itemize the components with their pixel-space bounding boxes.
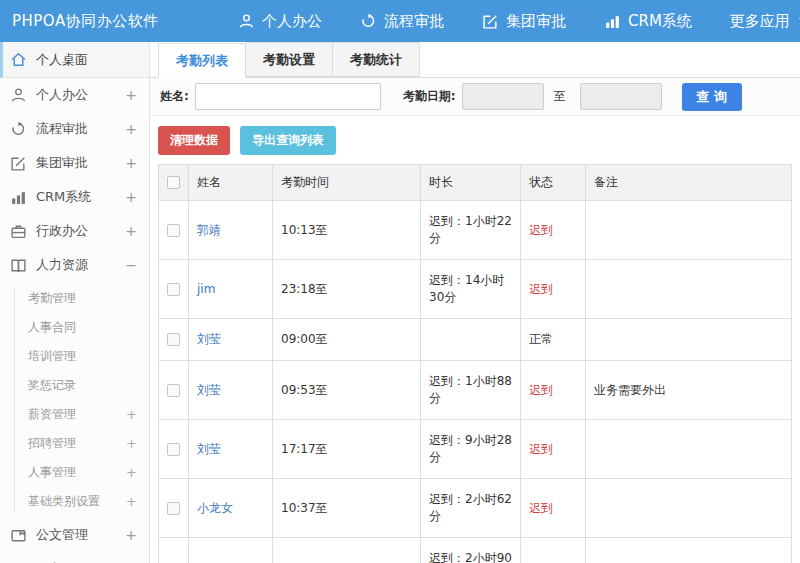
tab-attendance-stats[interactable]: 考勤统计: [333, 42, 420, 77]
note: 1111: [586, 538, 792, 563]
employee-name-link[interactable]: 刘莹: [197, 332, 221, 346]
sidebar-item-admin-office[interactable]: 行政办公 +: [0, 214, 149, 248]
sidebar-subitem-reward-punishment[interactable]: 奖惩记录: [0, 371, 149, 400]
select-all-checkbox[interactable]: [167, 176, 180, 189]
expand-plus-icon: +: [126, 494, 137, 509]
employee-name-link[interactable]: 郭靖: [197, 223, 221, 237]
top-menu-crm-system[interactable]: CRM系统: [604, 12, 692, 31]
sidebar-subitem-recruitment-mgmt[interactable]: 招聘管理 +: [0, 429, 149, 458]
employee-name-link[interactable]: 小龙女: [197, 501, 233, 515]
sidebar-subitem-base-category-settings[interactable]: 基础类别设置 +: [0, 487, 149, 516]
note: [586, 319, 792, 361]
sidebar-item-workflow-approval[interactable]: 流程审批 +: [0, 112, 149, 146]
tab-attendance-settings[interactable]: 考勤设置: [246, 42, 333, 77]
attendance-time: 09:00至: [273, 319, 421, 361]
expand-plus-icon: +: [125, 121, 137, 137]
query-button[interactable]: 查 询: [682, 83, 742, 111]
edit-icon: [10, 155, 27, 172]
name-input[interactable]: [195, 83, 381, 110]
header-name: 姓名: [189, 165, 273, 201]
sidebar-subitem-personnel-mgmt[interactable]: 人事管理 +: [0, 458, 149, 487]
briefcase-icon: [10, 223, 27, 240]
row-checkbox[interactable]: [167, 502, 180, 515]
top-menu: 个人办公 流程审批 集团审批 CRM系统: [238, 12, 800, 31]
attendance-time: 09:53至: [273, 361, 421, 420]
date-to-input[interactable]: [580, 83, 662, 110]
note: [586, 201, 792, 260]
expand-plus-icon: +: [125, 155, 137, 171]
sidebar-subitem-training-mgmt[interactable]: 培训管理: [0, 342, 149, 371]
tab-bar: 考勤列表 考勤设置 考勤统计: [150, 42, 800, 78]
export-list-button[interactable]: 导出查询列表: [240, 126, 336, 155]
main-content: 考勤列表 考勤设置 考勤统计 姓名: 考勤日期: 至 查 询 清理数据 导出查询…: [150, 42, 800, 563]
chart-icon: [10, 189, 27, 206]
attendance-time: 10:54至10:54: [273, 538, 421, 563]
row-checkbox[interactable]: [167, 443, 180, 456]
top-navbar: PHPOA协同办公软件 个人办公 流程审批: [0, 0, 800, 42]
clean-data-button[interactable]: 清理数据: [158, 126, 230, 155]
sidebar: 个人桌面 个人办公 + 流程审批 + 集团审批 +: [0, 42, 150, 563]
book-icon: [10, 257, 27, 274]
top-menu-more-apps[interactable]: 更多应用: [730, 12, 800, 31]
duration: 迟到：1小时88分: [421, 361, 521, 420]
sidebar-item-document-mgmt[interactable]: 公文管理 +: [0, 518, 149, 552]
date-from-input[interactable]: [462, 83, 544, 110]
duration: 迟到：9小时28分: [421, 420, 521, 479]
search-bar: 姓名: 考勤日期: 至 查 询: [150, 78, 800, 116]
status-badge: 迟到: [521, 420, 586, 479]
app-brand: PHPOA协同办公软件: [0, 12, 150, 31]
row-checkbox[interactable]: [167, 283, 180, 296]
expand-plus-icon: +: [126, 436, 137, 451]
status-badge: 正常: [521, 319, 586, 361]
attendance-time: 23:18至: [273, 260, 421, 319]
note: [586, 420, 792, 479]
sidebar-item-personal-office[interactable]: 个人办公 +: [0, 78, 149, 112]
employee-name-link[interactable]: 刘莹: [197, 383, 221, 397]
table-row: 刘莹 17:17至 迟到：9小时28分 迟到: [159, 420, 792, 479]
sidebar-item-personal-desktop[interactable]: 个人桌面: [0, 42, 149, 78]
top-menu-group-approval[interactable]: 集团审批: [482, 12, 566, 31]
expand-plus-icon: +: [125, 87, 137, 103]
flow-icon: [360, 13, 377, 30]
sidebar-item-human-resources[interactable]: 人力资源 −: [0, 248, 149, 282]
sidebar-subitem-salary-mgmt[interactable]: 薪资管理 +: [0, 400, 149, 429]
row-checkbox[interactable]: [167, 384, 180, 397]
status-badge: 迟到/早退: [521, 538, 586, 563]
table-row: 刘莹 09:00至 正常: [159, 319, 792, 361]
sidebar-item-vehicle-mgmt[interactable]: 用车管理 +: [0, 552, 149, 563]
note: [586, 260, 792, 319]
flow-icon: [10, 121, 27, 138]
top-menu-personal-office[interactable]: 个人办公: [238, 12, 322, 31]
expand-plus-icon: +: [125, 527, 137, 543]
home-icon: [10, 51, 27, 68]
sidebar-subitem-personnel-contract[interactable]: 人事合同: [0, 313, 149, 342]
action-buttons: 清理数据 导出查询列表: [150, 116, 800, 164]
top-menu-workflow-approval[interactable]: 流程审批: [360, 12, 444, 31]
employee-name-link[interactable]: 刘莹: [197, 442, 221, 456]
sidebar-item-crm-system[interactable]: CRM系统 +: [0, 180, 149, 214]
row-checkbox[interactable]: [167, 224, 180, 237]
sidebar-item-group-approval[interactable]: 集团审批 +: [0, 146, 149, 180]
employee-name-link[interactable]: jim: [197, 282, 215, 296]
attendance-time: 10:37至: [273, 479, 421, 538]
name-label: 姓名:: [160, 88, 189, 105]
expand-plus-icon: +: [126, 465, 137, 480]
duration: 迟到：14小时30分: [421, 260, 521, 319]
tab-attendance-list[interactable]: 考勤列表: [158, 43, 246, 78]
attendance-date-label: 考勤日期:: [403, 88, 456, 105]
status-badge: 迟到: [521, 361, 586, 420]
duration: 迟到：2小时62分: [421, 479, 521, 538]
table-header-row: 姓名 考勤时间 时长 状态 备注: [159, 165, 792, 201]
user-icon: [238, 13, 255, 30]
table-row: 小龙女 10:37至 迟到：2小时62分 迟到: [159, 479, 792, 538]
status-badge: 迟到: [521, 479, 586, 538]
duration: 迟到：1小时22分: [421, 201, 521, 260]
header-note: 备注: [586, 165, 792, 201]
table-row: 郭靖 10:13至 迟到：1小时22分 迟到: [159, 201, 792, 260]
header-duration: 时长: [421, 165, 521, 201]
hr-submenu: 考勤管理 人事合同 培训管理 奖惩记录 薪资管理 + 招聘管理 + 人事管理 +…: [0, 282, 149, 518]
sidebar-subitem-attendance-mgmt[interactable]: 考勤管理: [0, 284, 149, 313]
row-checkbox[interactable]: [167, 333, 180, 346]
edit-icon: [482, 13, 499, 30]
expand-plus-icon: +: [126, 407, 137, 422]
